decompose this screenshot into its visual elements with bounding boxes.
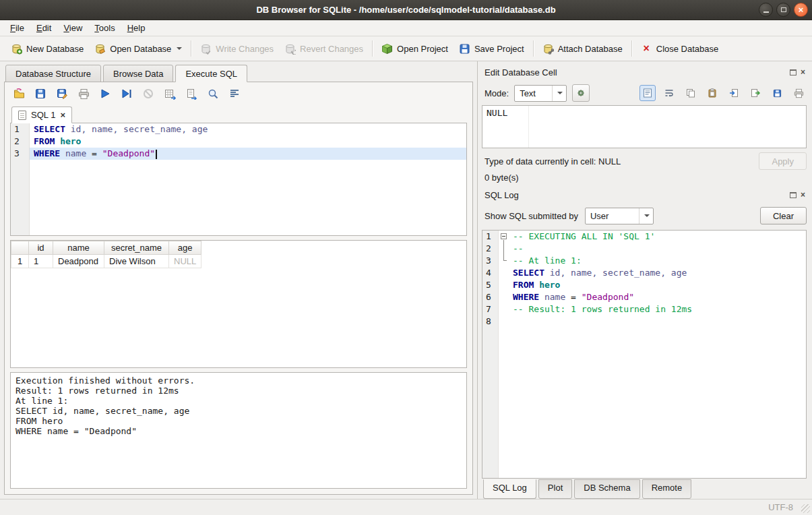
cell-id[interactable]: 1 bbox=[29, 255, 53, 268]
cell-type-text: Type of data currently in cell: NULL bbox=[485, 156, 621, 166]
sql-keyword: WHERE bbox=[34, 148, 60, 158]
close-window-button[interactable]: × bbox=[794, 3, 808, 17]
execute-all-button[interactable] bbox=[98, 86, 113, 101]
column-header-secret-name[interactable]: secret_name bbox=[104, 241, 169, 255]
print-sql-button[interactable] bbox=[76, 86, 91, 101]
column-header-id[interactable]: id bbox=[29, 241, 53, 255]
sql-log-editor[interactable]: 1 2 3 4 5 6 7 8 -- EXECUTING ALL IN 'SQL bbox=[482, 230, 807, 479]
sql-column: name bbox=[60, 148, 86, 158]
tab-remote[interactable]: Remote bbox=[642, 479, 692, 499]
close-icon: × bbox=[799, 5, 804, 14]
tab-execute-sql[interactable]: Execute SQL bbox=[175, 65, 247, 82]
sql-code-area[interactable]: SELECT id, name, secret_name, age FROM h… bbox=[30, 123, 466, 235]
left-pane: Database Structure Browse Data Execute S… bbox=[0, 61, 477, 499]
revert-changes-button: Revert Changes bbox=[279, 40, 369, 57]
cell-secret-name[interactable]: Dive Wilson bbox=[104, 255, 169, 268]
new-database-icon bbox=[11, 43, 22, 55]
open-database-icon bbox=[94, 43, 106, 55]
sql-log-dock-header: SQL Log × bbox=[482, 186, 807, 204]
tab-browse-data[interactable]: Browse Data bbox=[103, 65, 173, 82]
sql-code-line: FROM hero bbox=[30, 135, 466, 148]
minimize-button[interactable] bbox=[759, 3, 773, 17]
float-dock-icon[interactable] bbox=[790, 69, 797, 75]
window-controls: × bbox=[759, 3, 808, 17]
fold-collapse-icon[interactable] bbox=[501, 233, 507, 239]
encoding-indicator[interactable]: UTF-8 bbox=[768, 502, 793, 512]
tab-sql-log[interactable]: SQL Log bbox=[483, 479, 536, 499]
menu-help[interactable]: Help bbox=[121, 21, 152, 35]
log-line: -- At line 1: bbox=[509, 255, 806, 267]
maximize-button[interactable] bbox=[776, 3, 790, 17]
cell-name[interactable]: Deadpond bbox=[53, 255, 104, 268]
cell-value: NULL bbox=[487, 108, 507, 118]
cell-size-text: 0 byte(s) bbox=[482, 173, 807, 186]
clear-log-button[interactable]: Clear bbox=[760, 207, 807, 224]
toolbar-separator bbox=[533, 40, 534, 57]
format-sql-button[interactable] bbox=[227, 86, 242, 101]
column-header-age[interactable]: age bbox=[169, 241, 201, 255]
export-results-button[interactable] bbox=[162, 86, 177, 101]
attach-database-button[interactable]: Attach Database bbox=[537, 40, 628, 57]
cell-save-as-button[interactable] bbox=[769, 85, 785, 101]
cell-copy-button[interactable] bbox=[683, 85, 699, 101]
submitted-by-select[interactable]: User bbox=[585, 208, 654, 224]
text-cursor bbox=[156, 150, 157, 159]
menu-edit[interactable]: Edit bbox=[30, 21, 57, 35]
attach-database-label: Attach Database bbox=[558, 44, 623, 54]
close-database-button[interactable]: × Close Database bbox=[635, 40, 724, 57]
open-project-button[interactable]: Open Project bbox=[376, 40, 454, 57]
sql-tab[interactable]: SQL 1 × bbox=[11, 107, 72, 123]
save-sql-file-as-icon bbox=[57, 88, 68, 100]
mode-select[interactable]: Text bbox=[514, 85, 567, 102]
line-number: 2 bbox=[11, 135, 29, 148]
save-sql-file-as-button[interactable] bbox=[55, 86, 69, 101]
save-results-button[interactable] bbox=[184, 86, 199, 101]
menu-view[interactable]: View bbox=[57, 21, 88, 35]
log-comment: -- bbox=[513, 243, 524, 253]
cell-import-button[interactable] bbox=[726, 85, 742, 101]
cell-paste-button[interactable] bbox=[704, 85, 720, 101]
cell-age[interactable]: NULL bbox=[169, 255, 201, 268]
sql-table-name: hero bbox=[534, 280, 560, 290]
column-header-name[interactable]: name bbox=[53, 241, 104, 255]
titlebar[interactable]: DB Browser for SQLite - /home/user/code/… bbox=[0, 0, 812, 20]
cell-export-button[interactable] bbox=[747, 85, 763, 101]
execute-line-button[interactable] bbox=[119, 86, 134, 101]
cell-print-button[interactable] bbox=[790, 85, 807, 101]
save-sql-file-button[interactable] bbox=[33, 86, 48, 101]
toolbar-separator bbox=[191, 40, 191, 57]
execute-all-icon bbox=[100, 88, 111, 99]
new-database-button[interactable]: New Database bbox=[5, 40, 89, 57]
revert-changes-icon bbox=[284, 43, 296, 55]
main-tabbar: Database Structure Browse Data Execute S… bbox=[0, 63, 477, 82]
new-database-label: New Database bbox=[26, 44, 84, 54]
sql-code-editor[interactable]: 1 2 3 SELECT id, name, secret_name, age … bbox=[10, 123, 467, 236]
cell-value-editor[interactable]: NULL bbox=[482, 105, 807, 148]
save-project-button[interactable]: Save Project bbox=[454, 40, 530, 57]
resize-grip-icon[interactable] bbox=[801, 504, 810, 513]
open-database-dropdown-icon[interactable] bbox=[177, 47, 182, 53]
tab-db-schema[interactable]: DB Schema bbox=[574, 479, 639, 499]
sql-tab-label: SQL 1 bbox=[31, 110, 55, 120]
row-number[interactable]: 1 bbox=[11, 255, 29, 268]
menu-tools[interactable]: Tools bbox=[88, 21, 121, 35]
tab-plot[interactable]: Plot bbox=[538, 479, 572, 499]
close-sql-tab-icon[interactable]: × bbox=[60, 111, 65, 119]
open-database-button[interactable]: Open Database bbox=[89, 40, 187, 57]
tab-database-structure[interactable]: Database Structure bbox=[5, 65, 101, 82]
execution-message-pane[interactable]: Execution finished without errors. Resul… bbox=[10, 372, 467, 489]
sql-tabbar: SQL 1 × bbox=[5, 105, 472, 123]
float-dock-icon[interactable] bbox=[790, 192, 797, 198]
close-dock-icon[interactable]: × bbox=[801, 68, 805, 76]
cell-text-view-button[interactable] bbox=[639, 85, 656, 101]
find-replace-button[interactable] bbox=[206, 86, 220, 101]
open-sql-file-button[interactable] bbox=[11, 86, 26, 101]
menu-file[interactable]: File bbox=[4, 21, 30, 35]
log-comment: -- Result: 1 rows returned in 12ms bbox=[513, 304, 692, 314]
close-dock-icon[interactable]: × bbox=[801, 191, 805, 199]
results-grid: id name secret_name age 1 1 Deadpond Div… bbox=[10, 240, 467, 368]
minimize-icon bbox=[763, 11, 769, 13]
close-database-icon: × bbox=[641, 43, 652, 55]
cell-word-wrap-button[interactable] bbox=[661, 85, 677, 101]
auto-mode-button[interactable] bbox=[572, 84, 590, 102]
